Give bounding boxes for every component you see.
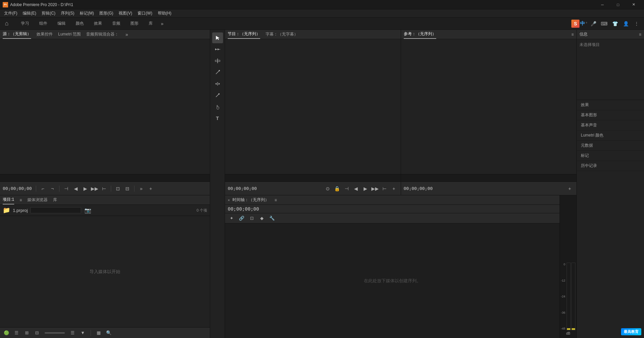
workspace-tab-audio[interactable]: 音频 [107,18,125,30]
insert-btn[interactable]: ⊡ [114,185,122,193]
panel-view-btn[interactable]: ⊟ [33,329,41,337]
slip-tool-btn[interactable] [212,78,223,89]
source-add-btn[interactable]: + [147,185,155,193]
project-camera-icon[interactable]: 📷 [84,206,92,214]
project-tab[interactable]: 项目:1 [3,195,14,204]
pen-tool-btn[interactable] [212,90,223,101]
menu-marker[interactable]: 标记(M) [77,10,97,17]
program-step-back-btn[interactable]: ◀ [352,185,360,193]
timeline-ripple-btn[interactable]: ⊡ [248,215,255,222]
menu-clip[interactable]: 剪辑(C) [39,10,58,17]
program-lock-icon[interactable]: 🔒 [333,185,341,193]
effects-item-effects[interactable]: 效果 [577,100,644,110]
program-go-in-btn[interactable]: ⊣ [343,185,351,193]
list-view-btn[interactable]: ☰ [13,329,20,337]
timeline-timecode[interactable]: 00;00;00;00 [228,206,259,212]
project-item-count: 0 个项 [197,208,207,213]
razor-tool-btn[interactable] [212,67,223,78]
source-tab-lumetri[interactable]: Lumetri 范围 [58,30,81,39]
workspace-more-icon[interactable]: » [158,20,166,28]
timeline-marker-btn[interactable]: ◆ [258,215,266,222]
sort-more-btn[interactable]: ▼ [79,329,86,337]
media-browser-tab[interactable]: 媒体浏览器 [27,196,48,204]
new-bin-btn[interactable]: 🟢 [3,329,10,337]
workspace-tab-edit[interactable]: 编辑 [53,18,70,30]
captions-tab[interactable]: 字幕：（无字幕） [266,30,298,39]
zoom-slider[interactable] [45,332,65,334]
mark-in-btn[interactable]: ⌐ [39,185,47,193]
storyboard-btn[interactable]: ▦ [95,329,102,337]
close-button[interactable]: ✕ [626,0,641,9]
ripple-edit-tool-btn[interactable] [212,55,223,66]
program-go-out-btn[interactable]: ⊢ [380,185,389,193]
brand-person-btn[interactable]: 👤 [621,19,630,28]
menu-sequence[interactable]: 序列(S) [58,10,77,17]
source-tab-audio-mixer[interactable]: 音频剪辑混合器： [86,30,119,39]
home-button[interactable]: ⌂ [0,18,14,30]
timeline-tools-bar: ✦ 🔗 ⊡ ◆ 🔧 [225,213,560,223]
sort-icon-btn[interactable]: ☰ [69,329,76,337]
source-more-icon[interactable]: » [137,185,145,193]
type-tool-btn[interactable]: T [212,113,223,124]
overwrite-btn[interactable]: ⊟ [123,185,131,193]
timeline-settings-btn[interactable]: 🔧 [268,215,276,222]
source-panel-more-icon[interactable]: » [125,32,128,37]
project-menu-icon[interactable]: ≡ [20,196,22,204]
track-select-tool-btn[interactable] [212,44,223,55]
timeline-menu-icon[interactable]: ≡ [274,198,277,202]
menu-edit[interactable]: 编辑(E) [20,10,39,17]
workspace-tab-effects[interactable]: 效果 [89,18,107,30]
workspace-tab-libraries[interactable]: 库 [144,18,157,30]
effects-item-markers[interactable]: 标记 [577,151,644,161]
menu-graphics[interactable]: 图形(G) [97,10,116,17]
brand-keyboard-btn[interactable]: ⌨ [599,19,609,28]
library-tab[interactable]: 库 [53,196,57,204]
source-timecode[interactable]: 00;00;00;00 [3,186,33,191]
workspace-tab-color[interactable]: 颜色 [71,18,89,30]
brand-shirt-btn[interactable]: 👕 [610,19,620,28]
source-tab-effects[interactable]: 效果控件 [36,30,53,39]
brand-mic-btn[interactable]: 🎤 [589,19,598,28]
brand-more-btn[interactable]: ⋮ [632,19,641,28]
program-add-btn[interactable]: + [390,185,398,193]
program-play-btn[interactable]: ▶ [362,185,370,193]
program-mark-btn[interactable]: ⊙ [324,185,332,193]
timeline-snap-btn[interactable]: ✦ [228,215,235,222]
select-tool-btn[interactable] [212,32,223,43]
reference-menu-icon[interactable]: ≡ [571,32,574,37]
reference-tab[interactable]: 参考：（无序列） [404,30,436,39]
info-panel-menu-icon[interactable]: ≡ [639,32,641,37]
go-out-btn[interactable]: ⊢ [100,185,108,193]
mark-out-btn[interactable]: ¬ [48,185,56,193]
effects-item-lumetri[interactable]: Lumetri 颜色 [577,130,644,141]
minimize-button[interactable]: ─ [595,0,610,9]
menu-window[interactable]: 窗口(W) [135,10,155,17]
maximize-button[interactable]: □ [610,0,626,9]
workspace-tab-assembly[interactable]: 组件 [34,18,52,30]
timeline-close-btn[interactable]: × [228,198,230,202]
step-back-btn[interactable]: ◀ [72,185,80,193]
program-tab[interactable]: 节目：（无序列） [228,30,260,39]
icon-view-btn[interactable]: ⊞ [23,329,30,337]
hand-tool-btn[interactable] [212,101,223,112]
effects-item-history[interactable]: 历中记录 [577,161,644,171]
workspace-tab-learn[interactable]: 学习 [16,18,34,30]
workspace-tab-graphics[interactable]: 图形 [126,18,143,30]
step-fwd-btn[interactable]: ▶▶ [91,185,99,193]
source-tab-source[interactable]: 源：（无剪辑） [3,30,31,39]
menu-file[interactable]: 文件(F) [1,10,20,17]
effects-item-metadata[interactable]: 元数据 [577,141,644,151]
play-btn[interactable]: ▶ [81,185,89,193]
program-timecode[interactable]: 00;00;00;00 [228,186,258,191]
menu-view[interactable]: 视图(V) [116,10,135,17]
program-step-fwd-btn[interactable]: ▶▶ [371,185,379,193]
effects-item-essential-graphics[interactable]: 基本图形 [577,110,644,120]
timeline-link-btn[interactable]: 🔗 [238,215,245,222]
ref-add-btn[interactable]: + [566,185,574,193]
go-in-btn[interactable]: ⊣ [62,185,70,193]
project-search-input[interactable] [30,207,81,213]
reference-timecode[interactable]: 00;00;00;00 [404,186,434,191]
effects-item-essential-sound[interactable]: 基本声音 [577,120,644,130]
menu-help[interactable]: 帮助(H) [155,10,174,17]
project-search-btn[interactable]: 🔍 [105,329,113,337]
